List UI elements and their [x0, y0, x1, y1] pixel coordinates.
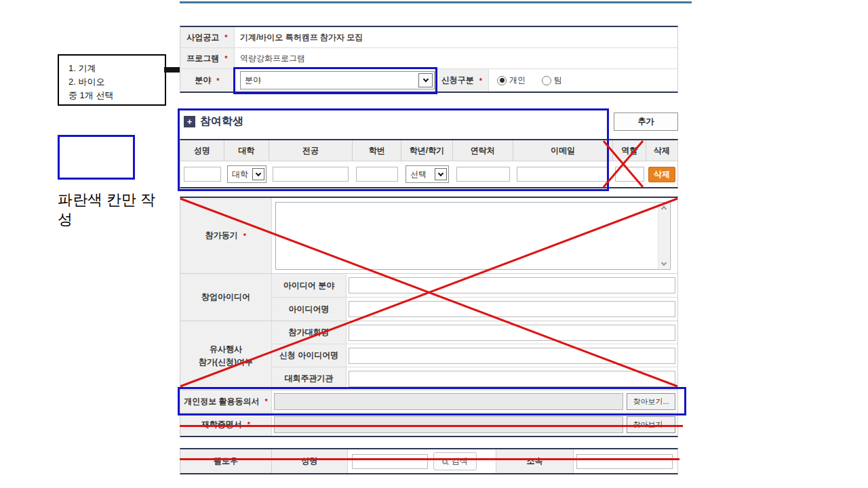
host-organization-label: 대회주관기관 — [272, 367, 347, 390]
students-header-row: 성명 대학 전공 학번 학년/학기 연락처 이메일 역할 삭제 — [180, 140, 677, 161]
required-asterisk: * — [224, 54, 227, 62]
major-input[interactable] — [273, 167, 349, 182]
applied-idea-name-input[interactable] — [349, 348, 675, 364]
startup-idea-group: 창업아이디어 아이디어 분야 아이디어명 — [180, 274, 677, 321]
required-asterisk: * — [243, 232, 246, 240]
textarea-scrollbar[interactable] — [658, 203, 669, 268]
col-student-id: 학번 — [353, 140, 401, 161]
blue-legend-box — [58, 135, 135, 180]
idea-field-row: 아이디어 분야 — [272, 274, 677, 298]
required-asterisk: * — [248, 420, 250, 428]
delete-row-button[interactable]: 삭제 — [648, 167, 675, 182]
students-table: 성명 대학 전공 학번 학년/학기 연락처 이메일 역할 삭제 대학 선택 — [180, 139, 678, 188]
col-university: 대학 — [224, 140, 269, 161]
enrollment-cert-row: 재학증명서 * 찾아보기... — [180, 413, 677, 436]
field-label: 분야 * — [180, 69, 235, 92]
privacy-consent-cell: 찾아보기... — [272, 390, 677, 412]
competition-name-row: 참가대회명 — [272, 321, 677, 344]
business-announcement-label: 사업공고 * — [180, 27, 235, 47]
note-line: 1. 기계 — [68, 62, 165, 75]
col-email: 이메일 — [513, 140, 614, 161]
radio-individual[interactable]: 개인 — [497, 75, 526, 86]
fellow-name-label: 성명 — [272, 449, 348, 473]
detail-form-table: 참가동기 * 창업아이디어 아이디어 분야 아 — [180, 197, 678, 437]
application-form-page: 1. 기계 2. 바이오 중 1개 선택 파란색 칸만 작성 사업공고 * 기계… — [0, 0, 868, 488]
year-semester-select[interactable]: 선택 — [406, 165, 449, 183]
applied-idea-name-label: 신청 아이디어명 — [272, 344, 347, 367]
program-label: 프로그램 * — [180, 48, 235, 68]
motivation-textarea[interactable] — [275, 202, 671, 270]
enrollment-cert-label: 재학증명서 * — [180, 413, 272, 436]
program-value: 역량강화프로그램 — [235, 48, 677, 68]
row-program: 프로그램 * 역량강화프로그램 — [180, 48, 677, 69]
idea-field-input[interactable] — [349, 277, 675, 293]
note-line: 중 1개 선택 — [68, 89, 165, 102]
fellow-search-button[interactable]: 검색 — [433, 452, 477, 470]
fellow-affiliation-cell — [574, 449, 677, 473]
student-id-input[interactable] — [356, 167, 398, 182]
similar-event-group: 유사행사 참가(신청)여부 참가대회명 신청 아이디어명 대회주관기관 — [180, 321, 677, 390]
applied-idea-name-row: 신청 아이디어명 — [272, 344, 677, 367]
field-select[interactable]: 분야 — [240, 71, 435, 89]
col-role: 역할 — [613, 140, 646, 161]
enrollment-browse-button[interactable]: 찾아보기... — [627, 416, 675, 433]
fellow-affiliation-input[interactable] — [576, 454, 673, 469]
search-icon — [442, 459, 448, 464]
top-divider — [180, 1, 692, 3]
motivation-cell — [272, 198, 677, 273]
add-student-button[interactable]: 추가 — [614, 113, 678, 131]
students-section-title: + 참여학생 — [184, 115, 243, 129]
col-year-semester: 학년/학기 — [401, 140, 453, 161]
motivation-label: 참가동기 * — [180, 198, 272, 273]
contact-input[interactable] — [456, 167, 510, 182]
privacy-consent-row: 개인정보 활용동의서 * 찾아보기... — [180, 390, 677, 413]
field-choice-note: 1. 기계 2. 바이오 중 1개 선택 — [58, 54, 166, 106]
name-input[interactable] — [184, 167, 221, 182]
field-select-cell: 분야 — [235, 69, 435, 92]
similar-event-label: 유사행사 참가(신청)여부 — [180, 321, 272, 390]
plus-icon: + — [184, 116, 195, 127]
apply-type-label: 신청구분 * — [435, 69, 489, 92]
radio-team[interactable]: 팀 — [542, 75, 562, 86]
scroll-up-icon[interactable] — [661, 205, 667, 211]
fellow-affiliation-label: 소속 — [496, 449, 574, 473]
competition-name-label: 참가대회명 — [272, 321, 347, 344]
role-input[interactable] — [615, 167, 644, 182]
host-organization-input[interactable] — [349, 371, 675, 387]
chevron-down-icon — [418, 73, 433, 87]
university-select[interactable]: 대학 — [227, 165, 267, 183]
startup-idea-label: 창업아이디어 — [180, 274, 272, 321]
row-business-announcement: 사업공고 * 기계/바이오 특허캠프 참가자 모집 — [180, 27, 677, 48]
required-asterisk: * — [224, 33, 227, 41]
fellow-table: 펠로우 성명 검색 소속 — [180, 448, 678, 474]
idea-name-input[interactable] — [349, 301, 675, 317]
students-title-text: 참여학생 — [200, 115, 243, 129]
privacy-consent-label: 개인정보 활용동의서 * — [180, 390, 272, 412]
competition-name-input[interactable] — [349, 325, 675, 341]
top-form-table: 사업공고 * 기계/바이오 특허캠프 참가자 모집 프로그램 * 역량강화프로그… — [180, 26, 678, 93]
scroll-down-icon[interactable] — [661, 260, 667, 265]
apply-type-radios: 개인 팀 — [489, 69, 677, 92]
enrollment-file-field[interactable] — [274, 416, 623, 433]
note-line: 2. 바이오 — [68, 75, 165, 89]
col-contact: 연락처 — [453, 140, 513, 161]
required-asterisk: * — [216, 77, 219, 85]
privacy-browse-button[interactable]: 찾아보기... — [627, 393, 675, 410]
idea-name-row: 아이디어명 — [272, 298, 677, 321]
fellow-name-cell: 검색 — [348, 449, 496, 473]
student-input-row: 대학 선택 삭제 — [180, 161, 677, 187]
host-organization-row: 대회주관기관 — [272, 367, 677, 390]
privacy-file-field[interactable] — [274, 393, 623, 410]
blue-only-note: 파란색 칸만 작성 — [58, 190, 163, 229]
business-announcement-value: 기계/바이오 특허캠프 참가자 모집 — [235, 27, 677, 47]
row-field: 분야 * 분야 신청구분 * 개인 팀 — [180, 69, 677, 92]
col-delete: 삭제 — [646, 140, 677, 161]
idea-field-label: 아이디어 분야 — [272, 274, 347, 297]
motivation-row: 참가동기 * — [180, 198, 677, 274]
radio-selected-icon[interactable] — [497, 76, 507, 85]
radio-unselected-icon[interactable] — [542, 76, 551, 85]
email-input[interactable] — [517, 167, 609, 182]
fellow-name-input[interactable] — [352, 454, 428, 469]
required-asterisk: * — [265, 397, 268, 405]
required-asterisk: * — [479, 77, 482, 85]
